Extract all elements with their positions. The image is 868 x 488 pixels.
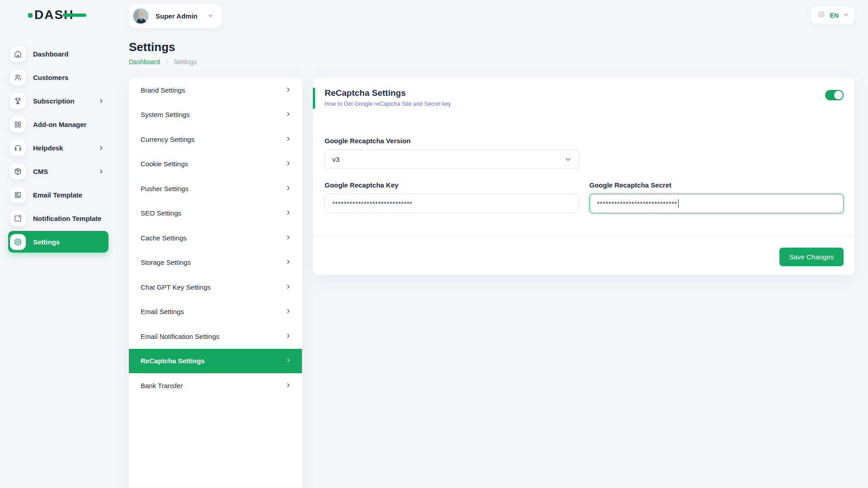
sidebar: DASH Dashboard Customers Subscription: [0, 0, 117, 488]
sidebar-item-label: Helpdesk: [33, 144, 63, 152]
menu-item-cache-settings[interactable]: Cache Settings: [129, 225, 302, 250]
trophy-icon: [10, 93, 26, 109]
menu-item-bank-transfer[interactable]: Bank Transfer: [129, 373, 302, 398]
sidebar-item-notification-template[interactable]: Notification Template: [8, 207, 108, 229]
sidebar-item-label: Customers: [33, 74, 68, 81]
recaptcha-form: Google Recaptcha Version v3 Google Recap…: [313, 137, 854, 213]
chevron-right-icon: [285, 185, 291, 192]
chevron-right-icon: [285, 382, 291, 389]
language-selector[interactable]: EN: [811, 6, 854, 24]
sidebar-item-settings[interactable]: Settings: [8, 231, 108, 253]
logo-text: DASH: [34, 9, 74, 21]
recaptcha-version-select[interactable]: v3: [325, 150, 579, 169]
save-changes-button[interactable]: Save Changes: [779, 248, 844, 266]
sidebar-item-customers[interactable]: Customers: [8, 66, 108, 88]
text-caret: [678, 199, 679, 208]
panel-title: ReCaptcha Settings: [325, 88, 451, 98]
home-icon: [10, 46, 26, 62]
chevron-down-icon: [565, 156, 571, 163]
menu-item-chat-gpt-key-settings[interactable]: Chat GPT Key Settings: [129, 275, 302, 300]
chevron-right-icon: [160, 58, 174, 66]
chevron-right-icon: [285, 111, 291, 118]
chevron-right-icon: [285, 234, 291, 242]
recaptcha-secret-label: Google Recaptcha Secret: [590, 181, 844, 189]
chevron-right-icon: [285, 308, 291, 315]
chevron-right-icon: [285, 258, 291, 266]
chevron-right-icon: [98, 169, 104, 174]
sidebar-item-cms[interactable]: CMS: [8, 160, 108, 182]
profile-menu[interactable]: Super Admin: [129, 4, 222, 28]
recaptcha-version-field: Google Recaptcha Version v3: [325, 137, 579, 169]
chevron-right-icon: [285, 283, 291, 291]
breadcrumb-dashboard-link[interactable]: Dashboard: [129, 58, 160, 66]
toggle-knob: [834, 91, 843, 99]
menu-item-email-settings[interactable]: Email Settings: [129, 300, 302, 324]
recaptcha-key-input[interactable]: ****************************: [325, 194, 579, 213]
sidebar-item-label: Subscription: [33, 97, 75, 105]
avatar: [132, 8, 149, 24]
sidebar-item-label: Email Template: [33, 191, 82, 199]
menu-item-system-settings[interactable]: System Settings: [129, 103, 302, 127]
panel-footer: Save Changes: [313, 235, 854, 266]
chevron-down-icon: [843, 11, 849, 19]
recaptcha-secret-field: Google Recaptcha Secret ****************…: [590, 181, 844, 213]
template-icon: [10, 187, 26, 203]
page-head: Settings Dashboard Settings: [129, 40, 854, 66]
grid-icon: [10, 117, 26, 132]
menu-item-seo-settings[interactable]: SEO Settings: [129, 201, 302, 226]
recaptcha-secret-input[interactable]: ****************************: [590, 194, 844, 213]
sidebar-item-label: Notification Template: [33, 215, 101, 222]
chevron-right-icon: [285, 209, 291, 217]
recaptcha-key-label: Google Recaptcha Key: [325, 181, 579, 189]
panel-header: ReCaptcha Settings How to Get Google reC…: [313, 88, 854, 108]
logo-dot-icon: [28, 13, 33, 18]
menu-item-recaptcha-settings[interactable]: ReCaptcha Settings: [129, 349, 302, 374]
topbar: Super Admin EN: [129, 0, 854, 28]
brand-logo[interactable]: DASH: [28, 8, 117, 22]
menu-item-cookie-settings[interactable]: Cookie Settings: [129, 152, 302, 177]
breadcrumb-current: Settings: [174, 58, 197, 66]
sidebar-item-label: Dashboard: [33, 50, 68, 58]
chevron-right-icon: [98, 98, 104, 104]
menu-item-brand-settings[interactable]: Brand Settings: [129, 78, 302, 103]
users-icon: [10, 70, 26, 85]
sidebar-item-label: CMS: [33, 168, 48, 175]
settings-menu-card: Brand Settings System Settings Currency …: [129, 78, 302, 488]
menu-item-currency-settings[interactable]: Currency Settings: [129, 127, 302, 152]
sidebar-item-helpdesk[interactable]: Helpdesk: [8, 137, 108, 159]
gear-icon: [10, 234, 26, 250]
notification-icon: [10, 211, 26, 226]
form-spacer: [590, 137, 844, 169]
breadcrumb: Dashboard Settings: [129, 58, 854, 66]
chevron-right-icon: [285, 357, 291, 365]
chevron-right-icon: [285, 333, 291, 340]
chevron-right-icon: [285, 160, 291, 168]
chevron-right-icon: [285, 86, 291, 94]
main-area: Super Admin EN Settings Dashboard: [117, 0, 868, 488]
recaptcha-version-value: v3: [332, 155, 340, 163]
sidebar-nav: Dashboard Customers Subscription: [0, 43, 117, 253]
sidebar-item-addon-manager[interactable]: Add-on Manager: [8, 113, 108, 135]
sidebar-item-label: Add-on Manager: [33, 121, 86, 128]
sidebar-item-label: Settings: [33, 238, 60, 246]
recaptcha-version-label: Google Recaptcha Version: [325, 137, 579, 145]
recaptcha-key-field: Google Recaptcha Key *******************…: [325, 181, 579, 213]
profile-name: Super Admin: [156, 12, 198, 20]
app-root: DASH Dashboard Customers Subscription: [0, 0, 868, 488]
menu-item-pusher-settings[interactable]: Pusher Settings: [129, 176, 302, 201]
headset-icon: [10, 140, 26, 156]
sidebar-item-subscription[interactable]: Subscription: [8, 90, 108, 112]
chevron-down-icon: [208, 12, 213, 20]
menu-item-email-notification-settings[interactable]: Email Notification Settings: [129, 324, 302, 349]
recaptcha-settings-panel: ReCaptcha Settings How to Get Google reC…: [313, 78, 854, 275]
menu-item-storage-settings[interactable]: Storage Settings: [129, 250, 302, 275]
chevron-right-icon: [98, 145, 104, 151]
sidebar-item-email-template[interactable]: Email Template: [8, 184, 108, 206]
language-code: EN: [830, 12, 839, 19]
content-row: Brand Settings System Settings Currency …: [129, 78, 854, 488]
recaptcha-enabled-toggle[interactable]: [825, 90, 844, 100]
package-icon: [10, 164, 26, 179]
sidebar-item-dashboard[interactable]: Dashboard: [8, 43, 108, 65]
recaptcha-help-link[interactable]: How to Get Google reCaptcha Site and Sec…: [325, 101, 451, 107]
page-title: Settings: [129, 40, 854, 54]
